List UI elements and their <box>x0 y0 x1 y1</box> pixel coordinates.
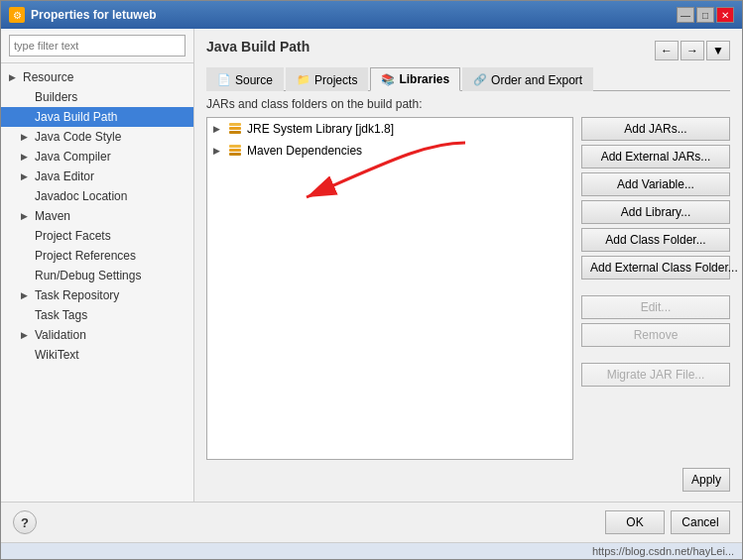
maven-library-icon <box>227 143 243 159</box>
status-bar: https://blog.csdn.net/hayLei... <box>1 542 742 559</box>
list-item-maven[interactable]: ▶ Maven Dependencies <box>207 140 572 162</box>
add-variable-button[interactable]: Add Variable... <box>581 172 730 196</box>
cancel-button[interactable]: Cancel <box>671 510 730 534</box>
dialog-icon: ⚙ <box>9 7 25 23</box>
sidebar-item-label: Resource <box>23 70 73 84</box>
sidebar-item-label: Task Repository <box>35 288 119 302</box>
add-external-jars-button[interactable]: Add External JARs... <box>581 145 730 168</box>
sidebar-item-project-references[interactable]: Project References <box>1 246 193 266</box>
sidebar-item-label: Java Compiler <box>35 150 111 164</box>
maximize-button[interactable]: □ <box>696 7 714 23</box>
projects-tab-icon: 📁 <box>297 73 310 87</box>
svg-rect-4 <box>229 149 241 152</box>
sidebar-item-label: Java Build Path <box>35 110 117 124</box>
minimize-button[interactable]: — <box>677 7 694 23</box>
sidebar-item-run-debug[interactable]: Run/Debug Settings <box>1 266 193 285</box>
footer-left: ? <box>13 510 599 534</box>
maven-expand-arrow: ▶ <box>213 146 223 156</box>
add-class-folder-button[interactable]: Add Class Folder... <box>581 228 730 252</box>
tab-projects[interactable]: 📁 Projects <box>286 67 368 91</box>
title-bar-left: ⚙ Properties for letuweb <box>9 7 157 23</box>
button-spacer <box>581 283 730 291</box>
jre-library-icon <box>227 121 243 137</box>
tab-source-label: Source <box>235 73 273 87</box>
expand-icon: ▶ <box>9 72 19 82</box>
sidebar-items: ▶ Resource Builders Java Build Path ▶ Ja… <box>1 63 193 502</box>
sidebar-item-label: Run/Debug Settings <box>35 269 141 282</box>
svg-rect-0 <box>229 131 241 134</box>
sidebar-item-wikitext[interactable]: WikiText <box>1 345 193 365</box>
source-tab-icon: 📄 <box>217 73 231 87</box>
sidebar-item-java-editor[interactable]: ▶ Java Editor <box>1 167 193 186</box>
sidebar-item-maven[interactable]: ▶ Maven <box>1 206 193 226</box>
svg-rect-3 <box>229 153 241 156</box>
right-buttons: Add JARs... Add External JARs... Add Var… <box>581 117 730 460</box>
sidebar-item-javadoc-location[interactable]: Javadoc Location <box>1 186 193 206</box>
edit-button[interactable]: Edit... <box>581 295 730 319</box>
sidebar-item-builders[interactable]: Builders <box>1 87 193 107</box>
main-panel: Java Build Path ← → ▼ 📄 Source 📁 Project… <box>194 29 742 502</box>
expand-icon: ▶ <box>21 330 31 340</box>
sidebar-item-java-compiler[interactable]: ▶ Java Compiler <box>1 147 193 167</box>
sidebar-item-label: Java Code Style <box>35 130 121 144</box>
forward-button[interactable]: → <box>681 41 704 60</box>
sidebar-item-label: Project Facets <box>35 229 111 243</box>
tab-libraries-label: Libraries <box>399 72 449 86</box>
status-url: https://blog.csdn.net/hayLei... <box>592 545 734 557</box>
jre-expand-arrow: ▶ <box>213 124 223 134</box>
tab-order-export-label: Order and Export <box>491 73 582 87</box>
libraries-tab-icon: 📚 <box>381 72 395 86</box>
bottom-bar: ? OK Cancel <box>1 502 742 542</box>
svg-rect-2 <box>229 123 241 126</box>
order-export-tab-icon: 🔗 <box>473 73 487 87</box>
title-bar: ⚙ Properties for letuweb — □ ✕ <box>1 1 742 29</box>
add-library-button[interactable]: Add Library... <box>581 200 730 224</box>
panel-description: JARs and class folders on the build path… <box>206 97 730 111</box>
expand-icon: ▶ <box>21 132 31 142</box>
library-list[interactable]: ▶ JRE System Library [jdk1.8] <box>206 117 573 460</box>
svg-rect-1 <box>229 127 241 130</box>
expand-icon: ▶ <box>21 290 31 300</box>
help-button[interactable]: ? <box>13 510 37 534</box>
sidebar-item-java-build-path[interactable]: Java Build Path <box>1 107 193 127</box>
tab-source[interactable]: 📄 Source <box>206 67 284 91</box>
library-list-container: ▶ JRE System Library [jdk1.8] <box>206 117 573 460</box>
sidebar-item-label: Java Editor <box>35 169 94 183</box>
panel-title: Java Build Path <box>206 39 310 55</box>
expand-icon: ▶ <box>21 211 31 221</box>
sidebar-item-task-repository[interactable]: ▶ Task Repository <box>1 285 193 305</box>
sidebar-item-java-code-style[interactable]: ▶ Java Code Style <box>1 127 193 147</box>
remove-button[interactable]: Remove <box>581 323 730 347</box>
filter-input[interactable] <box>9 35 186 56</box>
filter-box <box>1 29 193 63</box>
back-button[interactable]: ← <box>655 41 679 60</box>
sidebar-item-label: Builders <box>35 90 77 104</box>
svg-rect-5 <box>229 145 241 148</box>
list-item-jre[interactable]: ▶ JRE System Library [jdk1.8] <box>207 118 572 140</box>
sidebar-item-label: WikiText <box>35 348 79 362</box>
ok-button[interactable]: OK <box>605 510 665 534</box>
close-button[interactable]: ✕ <box>716 7 734 23</box>
migrate-jar-button[interactable]: Migrate JAR File... <box>581 363 730 387</box>
jre-item-label: JRE System Library [jdk1.8] <box>247 122 394 136</box>
sidebar-item-validation[interactable]: ▶ Validation <box>1 325 193 345</box>
title-buttons: — □ ✕ <box>677 7 734 23</box>
add-jars-button[interactable]: Add JARs... <box>581 117 730 141</box>
sidebar-item-project-facets[interactable]: Project Facets <box>1 226 193 246</box>
tab-libraries[interactable]: 📚 Libraries <box>370 67 460 91</box>
tabs: 📄 Source 📁 Projects 📚 Libraries 🔗 Order … <box>206 66 730 91</box>
add-external-class-folder-button[interactable]: Add External Class Folder... <box>581 256 730 280</box>
apply-button[interactable]: Apply <box>682 468 730 492</box>
nav-buttons: ← → ▼ <box>655 41 730 60</box>
sidebar-item-resource[interactable]: ▶ Resource <box>1 67 193 87</box>
nav-dropdown-button[interactable]: ▼ <box>706 41 730 60</box>
button-spacer2 <box>581 351 730 359</box>
sidebar-item-label: Maven <box>35 209 70 223</box>
properties-dialog: ⚙ Properties for letuweb — □ ✕ ▶ Resourc… <box>0 0 743 560</box>
content-area: ▶ JRE System Library [jdk1.8] <box>206 117 730 460</box>
dialog-title: Properties for letuweb <box>31 8 157 22</box>
tab-order-export[interactable]: 🔗 Order and Export <box>462 67 593 91</box>
expand-icon: ▶ <box>21 152 31 162</box>
sidebar-item-task-tags[interactable]: Task Tags <box>1 305 193 325</box>
sidebar-item-label: Project References <box>35 249 136 263</box>
